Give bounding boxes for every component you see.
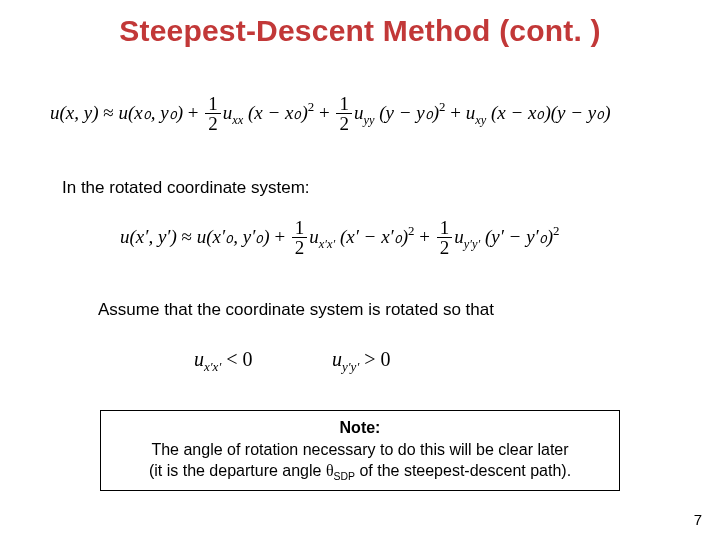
eq1-uyy-sub: yy: [363, 113, 374, 127]
eq2-term-yy: (y′ − y′₀): [480, 226, 553, 247]
note-line-1: The angle of rotation necessary to do th…: [151, 441, 568, 458]
eq1-term-xy-b: (y − y₀): [551, 102, 611, 123]
page-number: 7: [694, 511, 702, 528]
note-theta: θ: [326, 462, 334, 479]
eq1-plus2: +: [314, 102, 334, 123]
eq1-plus1: +: [183, 102, 203, 123]
eq1-u: u: [50, 102, 60, 123]
eq1-uxx: u: [223, 102, 233, 123]
condition-uyy-pos: uy′y′ > 0: [332, 348, 391, 371]
eq2-args0: (x′₀, y′₀): [206, 226, 269, 247]
note-line-2b: of the steepest-descent path).: [355, 462, 571, 479]
note-sdp-sub: SDP: [334, 471, 355, 482]
eq1-u0: u: [118, 102, 128, 123]
eq2-approx: ≈: [177, 226, 197, 247]
eq1-approx: ≈: [99, 102, 119, 123]
cond1-u: u: [194, 348, 204, 370]
eq2-uxx: u: [309, 226, 319, 247]
eq2-uyy: u: [454, 226, 464, 247]
eq1-args0: (x₀, y₀): [128, 102, 183, 123]
cond2-sub: y′y′: [342, 359, 359, 374]
eq2-uxx-sub: x′x′: [319, 237, 335, 251]
cond1-op: < 0: [221, 348, 252, 370]
eq1-uxy-sub: xy: [475, 113, 486, 127]
equation-rotated-taylor: u(x′, y′) ≈ u(x′₀, y′₀) + 12ux′x′ (x′ − …: [120, 218, 640, 259]
half-1: 12: [205, 94, 221, 135]
eq2-u0: u: [197, 226, 207, 247]
note-box: Note: The angle of rotation necessary to…: [100, 410, 620, 491]
cond1-sub: x′x′: [204, 359, 221, 374]
note-line-2a: (it is the departure angle: [149, 462, 326, 479]
eq2-sq2: 2: [553, 223, 559, 238]
eq2-plus1: +: [270, 226, 290, 247]
note-title: Note:: [340, 419, 381, 436]
eq1-plus3: +: [445, 102, 465, 123]
eq2-uyy-sub: y′y′: [464, 237, 480, 251]
eq1-term-xy-a: (x − x₀): [486, 102, 551, 123]
eq2-args: (x′, y′): [130, 226, 177, 247]
eq1-uxx-sub: xx: [232, 113, 243, 127]
eq1-args: (x, y): [60, 102, 99, 123]
half-3: 12: [292, 218, 308, 259]
slide: Steepest-Descent Method (cont. ) u(x, y)…: [0, 0, 720, 540]
eq1-uxy: u: [466, 102, 476, 123]
equation-full-taylor: u(x, y) ≈ u(x₀, y₀) + 12uxx (x − x₀)2 + …: [50, 94, 670, 135]
slide-title: Steepest-Descent Method (cont. ): [0, 0, 720, 48]
eq1-term-yy: (y − y₀): [374, 102, 439, 123]
eq2-u: u: [120, 226, 130, 247]
eq2-plus2: +: [415, 226, 435, 247]
eq2-term-xx: (x′ − x′₀): [335, 226, 408, 247]
text-assume-rotated: Assume that the coordinate system is rot…: [98, 300, 494, 320]
cond2-u: u: [332, 348, 342, 370]
cond2-op: > 0: [359, 348, 390, 370]
half-2: 12: [336, 94, 352, 135]
half-4: 12: [437, 218, 453, 259]
text-rotated-intro: In the rotated coordinate system:: [62, 178, 310, 198]
eq1-term-xx: (x − x₀): [243, 102, 308, 123]
condition-uxx-neg: ux′x′ < 0: [194, 348, 253, 371]
